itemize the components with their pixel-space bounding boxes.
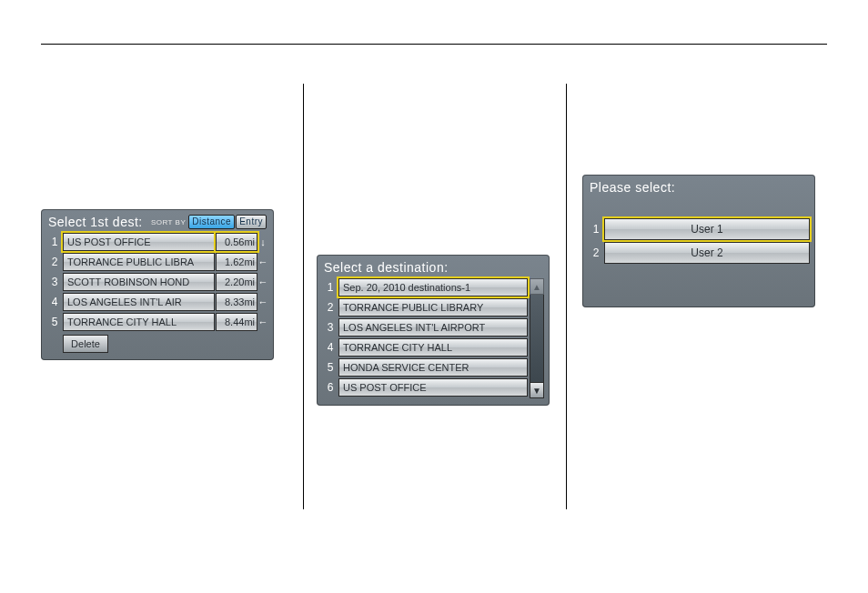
dest-name[interactable]: TORRANCE CITY HALL xyxy=(63,313,215,331)
dest-row[interactable]: 4 LOS ANGELES INT'L AIR 8.33mi ← xyxy=(46,293,268,311)
direction-arrow-icon: ← xyxy=(257,273,268,291)
panel-title-row: Please select: xyxy=(588,180,810,218)
user-name[interactable]: User 1 xyxy=(604,218,810,240)
row-index: 3 xyxy=(46,273,63,291)
section-divider xyxy=(41,44,827,45)
dest-name[interactable]: TORRANCE CITY HALL xyxy=(338,338,528,357)
panel-padding xyxy=(588,266,810,300)
dest-name[interactable]: Sep. 20, 2010 destinations-1 xyxy=(338,278,528,296)
please-select-user-panel: Please select: 1 User 1 2 User 2 xyxy=(582,175,815,307)
panel-title: Select 1st dest: xyxy=(48,215,143,229)
dest-name[interactable]: LOS ANGELES INT'L AIRPORT xyxy=(338,318,528,337)
direction-arrow-icon: ↓ xyxy=(257,233,268,251)
panel-title: Select a destination: xyxy=(324,260,449,275)
dest-name[interactable]: LOS ANGELES INT'L AIR xyxy=(63,293,215,311)
row-index: 3 xyxy=(322,318,338,337)
sort-distance-button[interactable]: Distance xyxy=(188,215,235,229)
dest-row[interactable]: 2 TORRANCE PUBLIC LIBRA 1.62mi ← xyxy=(46,253,268,271)
panel-title-row: Select a destination: xyxy=(322,260,544,278)
dest-name[interactable]: HONDA SERVICE CENTER xyxy=(338,358,528,377)
sort-by-label: SORT BY xyxy=(151,218,186,226)
row-index: 4 xyxy=(322,338,338,357)
dest-distance: 8.44mi xyxy=(216,313,257,331)
panel-title-row: Select 1st dest: SORT BY Distance Entry xyxy=(46,215,268,233)
scroll-track[interactable] xyxy=(530,295,544,382)
user-row[interactable]: 2 User 2 xyxy=(588,242,810,264)
dest-name[interactable]: TORRANCE PUBLIC LIBRARY xyxy=(338,298,528,317)
row-index: 2 xyxy=(588,242,604,264)
dest-row[interactable]: 5 HONDA SERVICE CENTER xyxy=(322,358,528,377)
dest-distance: 2.20mi xyxy=(216,273,257,291)
select-first-dest-panel: Select 1st dest: SORT BY Distance Entry … xyxy=(41,209,274,360)
select-a-destination-panel: Select a destination: 1 Sep. 20, 2010 de… xyxy=(317,255,550,406)
row-index: 4 xyxy=(46,293,63,311)
scrollbar[interactable]: ▲ ▼ xyxy=(530,278,544,398)
destination-list: 1 Sep. 20, 2010 destinations-1 2 TORRANC… xyxy=(322,278,544,398)
scroll-up-icon[interactable]: ▲ xyxy=(530,278,544,295)
dest-row[interactable]: 6 US POST OFFICE xyxy=(322,378,528,397)
column-separator xyxy=(566,84,567,509)
row-index: 5 xyxy=(322,358,338,377)
row-index: 2 xyxy=(322,298,338,317)
dest-row[interactable]: 1 Sep. 20, 2010 destinations-1 xyxy=(322,278,528,296)
dest-distance: 8.33mi xyxy=(216,293,257,311)
dest-row[interactable]: 1 US POST OFFICE 0.56mi ↓ xyxy=(46,233,268,251)
dest-row[interactable]: 3 LOS ANGELES INT'L AIRPORT xyxy=(322,318,528,337)
direction-arrow-icon: ← xyxy=(257,313,268,331)
dest-distance: 0.56mi xyxy=(216,233,257,251)
dest-name[interactable]: TORRANCE PUBLIC LIBRA xyxy=(63,253,215,271)
row-index: 2 xyxy=(46,253,63,271)
dest-row[interactable]: 2 TORRANCE PUBLIC LIBRARY xyxy=(322,298,528,317)
dest-row[interactable]: 4 TORRANCE CITY HALL xyxy=(322,338,528,357)
row-index: 5 xyxy=(46,313,63,331)
row-index: 1 xyxy=(322,278,338,296)
sort-entry-button[interactable]: Entry xyxy=(236,215,267,229)
row-index: 6 xyxy=(322,378,338,397)
column-separator xyxy=(303,84,304,509)
dest-name[interactable]: SCOTT ROBINSON HOND xyxy=(63,273,215,291)
dest-name[interactable]: US POST OFFICE xyxy=(63,233,215,251)
row-index: 1 xyxy=(588,218,604,240)
dest-name[interactable]: US POST OFFICE xyxy=(338,378,528,397)
delete-button[interactable]: Delete xyxy=(63,335,108,353)
direction-arrow-icon: ← xyxy=(257,253,268,271)
scroll-down-icon[interactable]: ▼ xyxy=(530,382,544,398)
panel-title: Please select: xyxy=(590,180,675,195)
user-name[interactable]: User 2 xyxy=(604,242,810,264)
dest-distance: 1.62mi xyxy=(216,253,257,271)
user-row[interactable]: 1 User 1 xyxy=(588,218,810,240)
row-index: 1 xyxy=(46,233,63,251)
dest-row[interactable]: 3 SCOTT ROBINSON HOND 2.20mi ← xyxy=(46,273,268,291)
dest-row[interactable]: 5 TORRANCE CITY HALL 8.44mi ← xyxy=(46,313,268,331)
direction-arrow-icon: ← xyxy=(257,293,268,311)
